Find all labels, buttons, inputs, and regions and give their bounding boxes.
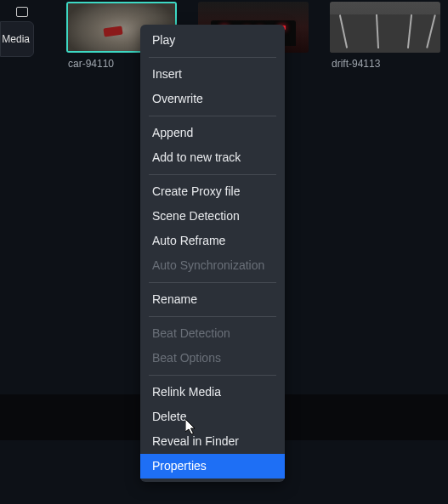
menu-item-add-to-new-track[interactable]: Add to new track xyxy=(140,145,285,170)
menu-item-rename[interactable]: Rename xyxy=(140,287,285,312)
menu-separator xyxy=(149,375,276,376)
menu-item-append[interactable]: Append xyxy=(140,121,285,145)
menu-item-delete[interactable]: Delete xyxy=(140,405,285,429)
media-folder-icon xyxy=(16,7,28,17)
menu-separator xyxy=(149,174,276,175)
sidebar-media-tab[interactable]: Media xyxy=(0,21,34,57)
menu-item-beat-detection: Beat Detection xyxy=(140,321,285,346)
clip-thumbnail xyxy=(330,2,440,53)
menu-item-relink-media[interactable]: Relink Media xyxy=(140,380,285,405)
menu-separator xyxy=(149,57,276,58)
clip-label: drift-94113 xyxy=(332,58,380,70)
context-menu: PlayInsertOverwriteAppendAdd to new trac… xyxy=(140,25,285,482)
menu-item-overwrite[interactable]: Overwrite xyxy=(140,87,285,111)
menu-item-properties[interactable]: Properties xyxy=(140,454,285,479)
menu-item-insert[interactable]: Insert xyxy=(140,62,285,87)
menu-item-beat-options: Beat Options xyxy=(140,346,285,371)
menu-item-auto-reframe[interactable]: Auto Reframe xyxy=(140,229,285,253)
menu-item-reveal-in-finder[interactable]: Reveal in Finder xyxy=(140,429,285,454)
menu-separator xyxy=(149,116,276,116)
clip-label: car-94110 xyxy=(68,58,114,70)
menu-separator xyxy=(149,282,276,283)
menu-item-auto-synchronization: Auto Synchronization xyxy=(140,253,285,278)
sidebar-media-label: Media xyxy=(2,33,30,45)
menu-item-play[interactable]: Play xyxy=(140,28,285,53)
menu-item-create-proxy-file[interactable]: Create Proxy file xyxy=(140,179,285,204)
media-clip-item[interactable]: drift-94113 xyxy=(330,2,440,70)
menu-separator xyxy=(149,316,276,317)
menu-item-scene-detection[interactable]: Scene Detection xyxy=(140,204,285,229)
